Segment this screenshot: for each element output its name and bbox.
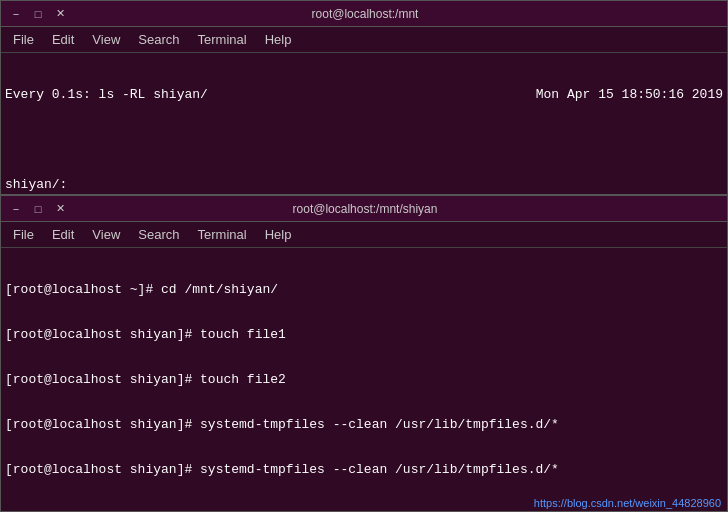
watch-dir-label: shiyan/: bbox=[5, 177, 723, 192]
menu-view-top[interactable]: View bbox=[84, 30, 128, 49]
cmd-line-3: [root@localhost shiyan]# touch file2 bbox=[5, 372, 723, 387]
menu-edit-top[interactable]: Edit bbox=[44, 30, 82, 49]
cmd-line-5: [root@localhost shiyan]# systemd-tmpfile… bbox=[5, 462, 723, 477]
watch-command: Every 0.1s: ls -RL shiyan/ bbox=[5, 87, 208, 102]
window-title-top: root@localhost:/mnt bbox=[69, 7, 661, 21]
blank-line-1 bbox=[5, 132, 723, 147]
maximize-button-bottom[interactable]: □ bbox=[29, 201, 47, 217]
watch-date: Mon Apr 15 18:50:16 2019 bbox=[536, 87, 723, 102]
win-controls-bottom[interactable]: − □ ✕ bbox=[7, 201, 69, 217]
win-controls-top[interactable]: − □ ✕ bbox=[7, 6, 69, 22]
cmd-line-2: [root@localhost shiyan]# touch file1 bbox=[5, 327, 723, 342]
cmd-line-4: [root@localhost shiyan]# systemd-tmpfile… bbox=[5, 417, 723, 432]
terminal-output-bottom[interactable]: [root@localhost ~]# cd /mnt/shiyan/ [roo… bbox=[1, 248, 727, 511]
title-bar-bottom: − □ ✕ root@localhost:/mnt/shiyan bbox=[1, 196, 727, 222]
close-button-bottom[interactable]: ✕ bbox=[51, 201, 69, 217]
close-button-top[interactable]: ✕ bbox=[51, 6, 69, 22]
menu-bar-top: File Edit View Search Terminal Help bbox=[1, 27, 727, 53]
terminal-output-top: Every 0.1s: ls -RL shiyan/ Mon Apr 15 18… bbox=[1, 53, 727, 194]
title-bar-top: − □ ✕ root@localhost:/mnt bbox=[1, 1, 727, 27]
cmd-line-1: [root@localhost ~]# cd /mnt/shiyan/ bbox=[5, 282, 723, 297]
window-title-bottom: root@localhost:/mnt/shiyan bbox=[69, 202, 661, 216]
menu-file-top[interactable]: File bbox=[5, 30, 42, 49]
menu-view-bottom[interactable]: View bbox=[84, 225, 128, 244]
menu-help-bottom[interactable]: Help bbox=[257, 225, 300, 244]
menu-file-bottom[interactable]: File bbox=[5, 225, 42, 244]
terminal-window-top: − □ ✕ root@localhost:/mnt File Edit View… bbox=[0, 0, 728, 195]
menu-help-top[interactable]: Help bbox=[257, 30, 300, 49]
menu-terminal-bottom[interactable]: Terminal bbox=[190, 225, 255, 244]
menu-terminal-top[interactable]: Terminal bbox=[190, 30, 255, 49]
maximize-button-top[interactable]: □ bbox=[29, 6, 47, 22]
terminal-window-bottom: − □ ✕ root@localhost:/mnt/shiyan File Ed… bbox=[0, 195, 728, 512]
menu-bar-bottom: File Edit View Search Terminal Help bbox=[1, 222, 727, 248]
menu-search-top[interactable]: Search bbox=[130, 30, 187, 49]
menu-search-bottom[interactable]: Search bbox=[130, 225, 187, 244]
minimize-button-bottom[interactable]: − bbox=[7, 201, 25, 217]
menu-edit-bottom[interactable]: Edit bbox=[44, 225, 82, 244]
status-bar-url: https://blog.csdn.net/weixin_44828960 bbox=[528, 495, 727, 511]
minimize-button-top[interactable]: − bbox=[7, 6, 25, 22]
